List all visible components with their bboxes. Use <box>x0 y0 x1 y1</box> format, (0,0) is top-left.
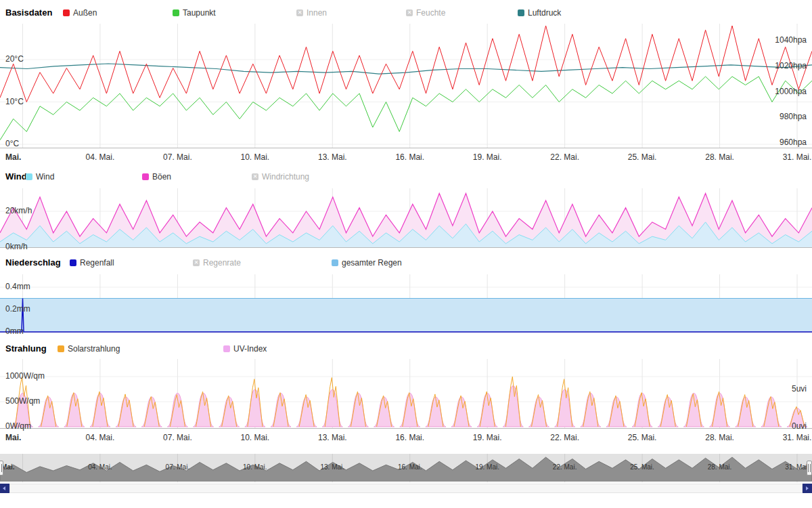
legend-label: Regenrate <box>203 258 241 268</box>
legend-label: Innen <box>307 8 327 18</box>
y-axis-label: 0.4mm <box>5 282 30 291</box>
scroll-right-button[interactable] <box>803 484 812 493</box>
navigator-handle-left[interactable] <box>0 461 3 475</box>
x-axis-label: 04. Mai. <box>70 463 131 471</box>
x-axis-label: 19. Mai. <box>457 152 518 162</box>
y-axis-label: 5uvi <box>792 384 807 394</box>
solar-swatch-icon <box>58 345 64 352</box>
legend-item-wind[interactable]: Wind <box>26 172 54 182</box>
x-axis-label: 31. Mai. <box>767 152 812 162</box>
uv-swatch-icon <box>223 345 230 352</box>
y-axis-label: 1000hpa <box>775 87 807 96</box>
basisdaten-header: Basisdaten Außen Taupunkt Innen Feuchte … <box>0 7 812 19</box>
x-axis-label: 07. Mai. <box>147 433 208 442</box>
wind-title: Wind <box>5 171 27 182</box>
x-axis-label: 22. Mai. <box>535 463 595 471</box>
legend-item-regenfall[interactable]: Regenfall <box>70 258 114 268</box>
disabled-checkbox-x-icon <box>193 259 200 266</box>
legend-item-windrichtung[interactable]: Windrichtung <box>252 172 309 182</box>
x-axis-label: 16. Mai. <box>380 433 441 442</box>
legend-item-luftdruck[interactable]: Luftdruck <box>518 8 561 18</box>
legend-item-taupunkt[interactable]: Taupunkt <box>173 8 216 18</box>
x-axis-label: 10. Mai. <box>225 433 286 442</box>
y-axis-label: 0uvi <box>792 421 807 431</box>
wind-swatch-icon <box>26 173 32 180</box>
x-axis-label: 13. Mai. <box>302 152 363 162</box>
x-axis-label: 13. Mai. <box>302 433 363 442</box>
x-axis-label: Mai. <box>5 433 21 442</box>
legend-label: Solarstrahlung <box>68 344 120 354</box>
gesamter-regen-swatch-icon <box>332 259 338 266</box>
legend-label: UV-Index <box>233 344 267 354</box>
x-axis-label: 28. Mai. <box>690 152 750 162</box>
legend-item-gesamter-regen[interactable]: gesamter Regen <box>332 258 402 268</box>
x-axis-label: 28. Mai. <box>690 463 750 471</box>
x-axis-label: 04. Mai. <box>70 433 131 442</box>
x-axis-label: 31. Mai. <box>767 433 812 442</box>
navigator-handle-right[interactable] <box>807 461 812 475</box>
legend-label: gesamter Regen <box>342 258 402 268</box>
temperature-x-axis-labels: Mai.04. Mai.07. Mai.10. Mai.13. Mai.16. … <box>0 152 812 163</box>
precipitation-chart[interactable] <box>0 274 812 333</box>
niederschlag-header: Niederschlag Regenfall Regenrate gesamte… <box>0 257 812 269</box>
x-axis-label: 22. Mai. <box>535 152 595 162</box>
navigator-x-labels: Mai.04. Mai.07. Mai.10. Mai.13. Mai.16. … <box>0 463 812 474</box>
scroll-left-button[interactable] <box>0 484 9 493</box>
x-axis-label: 07. Mai. <box>147 152 208 162</box>
x-axis-label: 25. Mai. <box>612 463 673 471</box>
y-axis-label: 1000W/qm <box>5 371 45 381</box>
legend-item-solarstrahlung[interactable]: Solarstrahlung <box>58 344 120 354</box>
radiation-chart[interactable] <box>0 359 812 429</box>
x-axis-label: 16. Mai. <box>380 463 441 471</box>
navigator[interactable]: Mai.04. Mai.07. Mai.10. Mai.13. Mai.16. … <box>0 454 812 482</box>
legend-item-innen[interactable]: Innen <box>296 8 327 18</box>
niederschlag-title: Niederschlag <box>5 257 61 268</box>
luftdruck-swatch-icon <box>518 9 524 16</box>
radiation-x-axis-labels: Mai.04. Mai.07. Mai.10. Mai.13. Mai.16. … <box>0 433 812 444</box>
weather-dashboard: Basisdaten Außen Taupunkt Innen Feuchte … <box>0 0 812 508</box>
x-axis-label: 16. Mai. <box>380 152 441 162</box>
wind-chart[interactable] <box>0 188 812 248</box>
x-axis-label: 25. Mai. <box>612 152 673 162</box>
temperature-chart[interactable] <box>0 24 812 148</box>
x-axis-label: Mai. <box>5 152 21 162</box>
x-axis-label: 22. Mai. <box>535 433 595 442</box>
legend-label: Windrichtung <box>262 172 309 182</box>
legend-label: Taupunkt <box>183 8 216 18</box>
x-axis-label: 10. Mai. <box>225 152 286 162</box>
legend-label: Außen <box>73 8 97 18</box>
x-axis-label: 19. Mai. <box>457 433 518 442</box>
x-axis-label: 25. Mai. <box>612 433 673 442</box>
x-axis-label: 13. Mai. <box>302 463 363 471</box>
legend-label: Feuchte <box>416 8 445 18</box>
legend-label: Regenfall <box>80 258 114 268</box>
disabled-checkbox-x-icon <box>406 9 413 16</box>
legend-item-regenrate[interactable]: Regenrate <box>193 258 241 268</box>
legend-item-aussen[interactable]: Außen <box>63 8 97 18</box>
y-axis-label: 0.2mm <box>5 304 30 314</box>
regenfall-swatch-icon <box>70 259 76 266</box>
boeen-swatch-icon <box>142 173 149 180</box>
disabled-checkbox-x-icon <box>252 173 258 180</box>
legend-item-boeen[interactable]: Böen <box>142 172 171 182</box>
legend-item-uv-index[interactable]: UV-Index <box>223 344 267 354</box>
y-axis-label: 1040hpa <box>775 35 807 45</box>
y-axis-label: 500W/qm <box>5 396 40 406</box>
legend-item-feuchte[interactable]: Feuchte <box>406 8 445 18</box>
x-axis-label: 31. Mai. <box>767 463 812 471</box>
y-axis-label: 0mm <box>5 326 24 336</box>
x-axis-label: 04. Mai. <box>70 152 131 162</box>
legend-label: Wind <box>36 172 54 182</box>
x-axis-label: 19. Mai. <box>457 463 518 471</box>
y-axis-label: 10°C <box>5 97 24 106</box>
series-taupunkt <box>0 77 812 140</box>
x-axis-label: 28. Mai. <box>690 433 750 442</box>
x-axis-label: 07. Mai. <box>147 463 208 471</box>
y-axis-label: 20km/h <box>5 206 32 215</box>
strahlung-title: Strahlung <box>5 343 47 354</box>
legend-label: Luftdruck <box>528 8 561 18</box>
scrollbar-track[interactable] <box>9 484 803 493</box>
y-axis-label: 980hpa <box>780 112 807 121</box>
strahlung-header: Strahlung Solarstrahlung UV-Index <box>0 343 812 355</box>
y-axis-label: 0km/h <box>5 242 28 251</box>
